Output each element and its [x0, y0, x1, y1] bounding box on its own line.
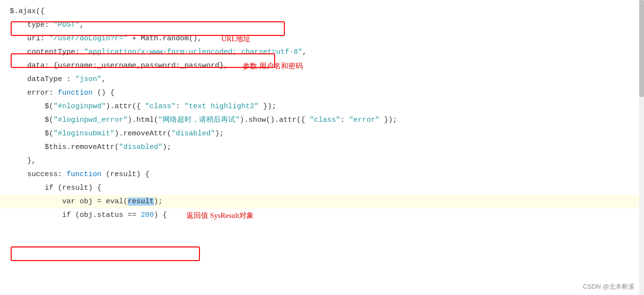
code-text: $.ajax({ [10, 6, 45, 17]
code-line-11: $this.removeAttr("disabled"); [0, 141, 644, 154]
code-text: $("#nloginpwd").attr({ "class": "text hi… [10, 101, 276, 113]
code-line-3: url: "/user/doLogin?r=" + Math.random(),… [0, 32, 644, 46]
url-annotation: URL地址 [221, 33, 250, 45]
code-text: data: {username:_username,password:_pass… [10, 60, 228, 72]
scrollbar-thumb[interactable] [639, 0, 644, 97]
code-text: dataType : "json", [10, 74, 106, 85]
code-line-8: $("#nloginpwd").attr({ "class": "text hi… [0, 100, 644, 114]
scrollbar[interactable] [639, 0, 644, 295]
code-line-5: data: {username:_username,password:_pass… [0, 59, 644, 73]
code-line-6: dataType : "json", [0, 73, 644, 86]
code-text: $("#loginpwd_error").html("网络超时，请稍后再试").… [10, 115, 397, 126]
code-text: var obj = eval(result); [10, 196, 163, 208]
code-text: $this.removeAttr("disabled"); [10, 142, 171, 153]
code-line-9: $("#loginpwd_error").html("网络超时，请稍后再试").… [0, 114, 644, 127]
return-annotation: 返回值 SysResult对象 [186, 210, 254, 221]
code-line-12: }, [0, 154, 644, 168]
code-line-2: type: "POST", [0, 18, 644, 32]
code-text: contentType: "application/x-www-form-url… [10, 47, 307, 58]
code-line-14: if (result) { [0, 181, 644, 195]
code-text: }, [10, 155, 36, 167]
watermark: CSDN @北木桥溪 [583, 282, 634, 291]
data-annotation: 参数 用户名和密码 [243, 60, 303, 72]
code-line-16: if (obj.status == 200) { 返回值 SysResult对象 [0, 209, 644, 222]
code-line-13: success: function (result) { [0, 168, 644, 181]
code-text: error: function () { [10, 87, 115, 99]
status-red-box [11, 246, 200, 261]
code-line-7: error: function () { [0, 86, 644, 100]
code-line-15: var obj = eval(result); [0, 195, 644, 209]
code-text: url: "/user/doLogin?r=" + Math.random(), [10, 33, 202, 45]
code-text: if (result) { [10, 182, 101, 194]
code-text: if (obj.status == 200) { [10, 210, 167, 221]
code-text: type: "POST", [10, 19, 84, 31]
code-line-1: $.ajax({ [0, 5, 644, 18]
code-line-4: contentType: "application/x-www-form-url… [0, 46, 644, 59]
code-text: success: function (result) { [10, 169, 149, 180]
code-line-10: $("#loginsubmit").removeAttr("disabled")… [0, 127, 644, 141]
code-text: $("#loginsubmit").removeAttr("disabled")… [10, 128, 224, 140]
code-container: $.ajax({ type: "POST", url: "/user/doLog… [0, 0, 644, 295]
